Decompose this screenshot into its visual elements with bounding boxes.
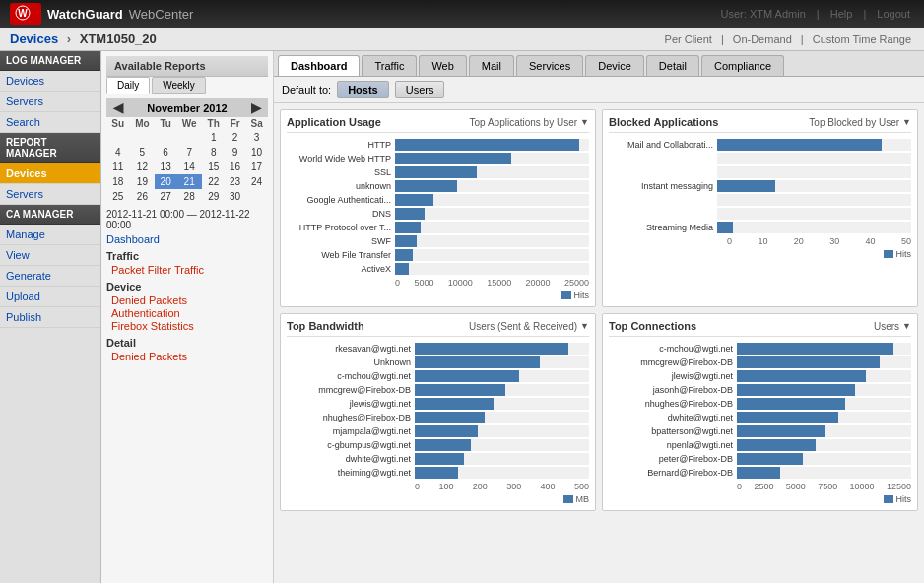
cal-day[interactable]: 5 xyxy=(129,145,155,160)
sidebar-item-report-devices[interactable]: Devices xyxy=(0,163,100,184)
bar-container xyxy=(415,398,589,410)
cal-day[interactable]: 4 xyxy=(106,145,129,160)
bandwidth-subtitle[interactable]: Users (Sent & Received) ▼ xyxy=(469,321,589,332)
bar-container xyxy=(415,412,589,423)
dashboard-link[interactable]: Dashboard xyxy=(106,233,268,245)
cal-day[interactable]: 27 xyxy=(155,189,176,204)
bar-row: dwhite@wgti.net xyxy=(609,412,911,423)
sidebar-item-view[interactable]: View xyxy=(0,245,100,266)
sidebar-item-generate[interactable]: Generate xyxy=(0,266,100,287)
sidebar-item-publish[interactable]: Publish xyxy=(0,307,100,328)
bar-label: DNS xyxy=(287,209,395,219)
cal-day[interactable]: 24 xyxy=(245,174,268,189)
bar-container xyxy=(717,153,911,164)
bar-fill xyxy=(415,356,540,368)
tab-traffic[interactable]: Traffic xyxy=(362,55,417,76)
on-demand-link[interactable]: On-Demand xyxy=(733,33,792,45)
app-usage-subtitle[interactable]: Top Applications by User ▼ xyxy=(470,117,589,128)
logout-link[interactable]: Logout xyxy=(877,8,910,20)
charts-area: Application Usage Top Applications by Us… xyxy=(274,103,924,583)
bar-label: c-mchou@wgti.net xyxy=(287,371,415,381)
connections-subtitle[interactable]: Users ▼ xyxy=(874,321,911,332)
cal-day[interactable]: 30 xyxy=(225,189,245,204)
tab-services[interactable]: Services xyxy=(516,55,583,76)
cal-day[interactable]: 21 xyxy=(176,174,202,189)
cal-day[interactable]: 28 xyxy=(176,189,202,204)
cal-day[interactable]: 17 xyxy=(245,160,268,174)
breadcrumb-parent[interactable]: Devices xyxy=(10,32,58,46)
cal-day-th: Th xyxy=(202,117,225,130)
bar-label: jlewis@wgti.net xyxy=(287,399,415,409)
cal-day[interactable]: 13 xyxy=(155,160,176,174)
cal-day[interactable]: 18 xyxy=(106,174,129,189)
cal-day[interactable]: 14 xyxy=(176,160,202,174)
packet-filter-traffic-link[interactable]: Packet Filter Traffic xyxy=(111,264,268,276)
blocked-apps-title: Blocked Applications xyxy=(609,116,718,128)
report-tabs: DashboardTrafficWebMailServicesDeviceDet… xyxy=(274,51,924,77)
bar-container xyxy=(717,166,911,178)
tab-daily[interactable]: Daily xyxy=(106,77,150,94)
sidebar-item-search[interactable]: Search xyxy=(0,112,100,133)
cal-day[interactable]: 8 xyxy=(202,145,225,160)
tab-detail[interactable]: Detail xyxy=(646,55,699,76)
date-range: 2012-11-21 00:00 — 2012-11-22 00:00 xyxy=(106,209,268,230)
blocked-apps-subtitle[interactable]: Top Blocked by User ▼ xyxy=(809,117,911,128)
bar-label: Bernard@Firebox-DB xyxy=(609,468,737,478)
cal-day[interactable]: 16 xyxy=(225,160,245,174)
cal-day[interactable]: 19 xyxy=(129,174,155,189)
tab-web[interactable]: Web xyxy=(419,55,466,76)
cal-day[interactable]: 1 xyxy=(202,130,225,145)
bar-container xyxy=(415,439,589,451)
sidebar-item-report-servers[interactable]: Servers xyxy=(0,184,100,205)
sidebar-item-upload[interactable]: Upload xyxy=(0,287,100,307)
bar-fill xyxy=(737,343,893,355)
custom-time-link[interactable]: Custom Time Range xyxy=(813,33,911,45)
cal-day[interactable]: 22 xyxy=(202,174,225,189)
sidebar-item-devices[interactable]: Devices xyxy=(0,71,100,92)
breadcrumb-separator: › xyxy=(67,32,71,46)
cal-prev-btn[interactable]: ◀ xyxy=(110,100,126,115)
bar-row: c-mchou@wgti.net xyxy=(287,370,589,382)
sidebar-item-servers[interactable]: Servers xyxy=(0,92,100,112)
cal-day[interactable]: 29 xyxy=(202,189,225,204)
cal-next-btn[interactable]: ▶ xyxy=(248,100,264,115)
cal-day[interactable]: 25 xyxy=(106,189,129,204)
sidebar-item-manage[interactable]: Manage xyxy=(0,225,100,245)
tab-compliance[interactable]: Compliance xyxy=(701,55,784,76)
bar-row: HTTP xyxy=(287,139,589,151)
cal-day[interactable]: 20 xyxy=(155,174,176,189)
hosts-button[interactable]: Hosts xyxy=(337,81,389,98)
users-button[interactable]: Users xyxy=(395,81,445,98)
bar-container xyxy=(395,180,589,192)
bar-fill xyxy=(395,194,433,206)
firebox-link[interactable]: Firebox Statistics xyxy=(111,320,268,332)
bar-row: SSL xyxy=(287,166,589,178)
tab-mail[interactable]: Mail xyxy=(469,55,514,76)
bar-fill xyxy=(737,398,845,410)
tab-device[interactable]: Device xyxy=(585,55,644,76)
bar-row: bpatterson@wgti.net xyxy=(609,425,911,437)
bar-label: mmcgrew@Firebox-DB xyxy=(287,385,415,395)
denied-packets-link-1[interactable]: Denied Packets xyxy=(111,294,268,306)
authentication-link[interactable]: Authentication xyxy=(111,307,268,319)
cal-day[interactable]: 7 xyxy=(176,145,202,160)
webcenter-title: WebCenter xyxy=(129,7,194,22)
cal-day[interactable]: 6 xyxy=(155,145,176,160)
tab-weekly[interactable]: Weekly xyxy=(152,77,206,94)
cal-day[interactable]: 10 xyxy=(245,145,268,160)
cal-day[interactable]: 15 xyxy=(202,160,225,174)
cal-day[interactable]: 2 xyxy=(225,130,245,145)
denied-packets-link-2[interactable]: Denied Packets xyxy=(111,351,268,362)
bar-container xyxy=(737,370,911,382)
cal-day[interactable]: 12 xyxy=(129,160,155,174)
bar-label: Mail and Collaborati... xyxy=(609,140,717,150)
help-link[interactable]: Help xyxy=(830,8,853,20)
cal-day[interactable]: 9 xyxy=(225,145,245,160)
cal-day[interactable]: 11 xyxy=(106,160,129,174)
cal-day[interactable]: 23 xyxy=(225,174,245,189)
per-client-link[interactable]: Per Client xyxy=(665,33,712,45)
cal-day[interactable]: 26 xyxy=(129,189,155,204)
detail-section-label: Detail xyxy=(106,337,268,349)
cal-day[interactable]: 3 xyxy=(245,130,268,145)
tab-dashboard[interactable]: Dashboard xyxy=(278,55,360,76)
